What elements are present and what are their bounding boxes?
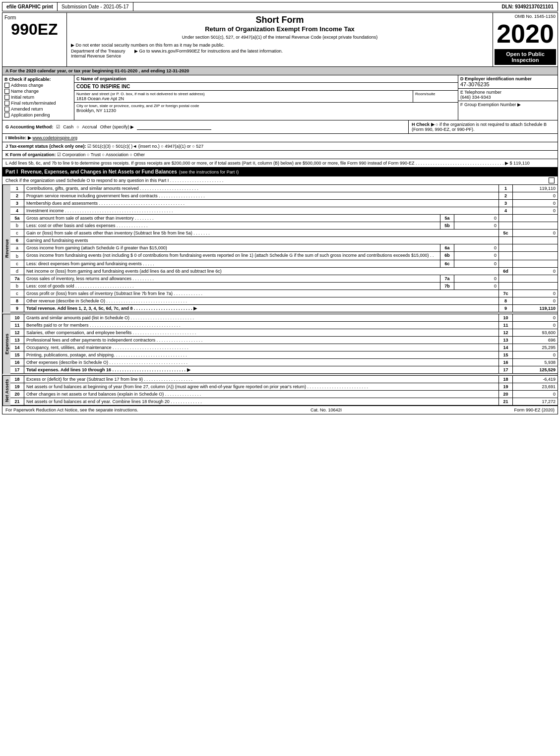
e-label: E Telephone number: [460, 90, 556, 95]
row17-line: 17: [499, 366, 513, 373]
row18-num: 18: [10, 376, 24, 383]
row1-num: 1: [10, 185, 24, 192]
row20-value: 0: [513, 391, 558, 398]
row-13: 13 Professional fees and other payments …: [10, 337, 558, 344]
row-10: 10 Grants and similar amounts paid (list…: [10, 314, 558, 322]
row-3: 3 Membership dues and assessments . . . …: [10, 200, 558, 207]
part1-check-row: Check if the organization used Schedule …: [2, 176, 558, 185]
row-5b: b Less: cost or other basis and sales ex…: [10, 222, 558, 230]
pending-checkbox[interactable]: [4, 113, 9, 117]
row-15: 15 Printing, publications, postage, and …: [10, 351, 558, 359]
part1-check-box[interactable]: [549, 177, 555, 183]
row12-desc: Salaries, other compensation, and employ…: [24, 329, 499, 336]
row6a-sublabel: 6a: [440, 244, 454, 251]
row11-num: 11: [10, 322, 24, 329]
bcde-row: B Check if applicable: Address change Na…: [2, 75, 558, 120]
page: efile GRAPHIC print Submission Date - 20…: [0, 0, 560, 756]
c-label: C Name of organization: [76, 76, 126, 81]
pending-label: Application pending: [11, 113, 50, 117]
row5b-total-spacer: [513, 222, 558, 229]
row6d-num: d: [10, 268, 24, 275]
row19-num: 19: [10, 383, 24, 390]
row16-value: 5,938: [513, 359, 558, 366]
section-c: C Name of organization CODE TO INSPIRE I…: [74, 75, 458, 120]
city-value: Brooklyn, NY 11230: [76, 108, 456, 113]
name-checkbox[interactable]: [4, 89, 9, 94]
row-6c: c Less: direct expenses from gaming and …: [10, 260, 558, 268]
row4-num: 4: [10, 207, 24, 214]
row8-desc: Other revenue (describe in Schedule O) .…: [24, 297, 499, 304]
row1-value: 119,110: [513, 185, 558, 192]
row5b-num: b: [10, 222, 24, 229]
row12-num: 12: [10, 329, 24, 336]
row13-num: 13: [10, 337, 24, 344]
row-2: 2 Program service revenue including gove…: [10, 192, 558, 200]
title-center: Short Form Return of Organization Exempt…: [67, 13, 493, 66]
expenses-section: Expenses 10 Grants and similar amounts p…: [2, 314, 558, 374]
row2-line: 2: [499, 192, 513, 199]
row3-desc: Membership dues and assessments . . . . …: [24, 200, 499, 207]
address-value: 1818 Ocean Ave Apt 2N: [76, 96, 411, 101]
row14-line: 14: [499, 344, 513, 351]
row15-value: 0: [513, 351, 558, 358]
check-amended: Amended return: [4, 107, 72, 112]
row7a-subvalue: 0: [454, 275, 499, 282]
row12-value: 93,600: [513, 329, 558, 336]
revenue-sidebar: Revenue: [2, 185, 10, 312]
row5a-total-spacer: [513, 215, 558, 222]
ein: 47-3076235: [460, 81, 556, 87]
c-label-row: C Name of organization: [74, 75, 458, 83]
row7c-num: c: [10, 290, 24, 297]
row3-num: 3: [10, 200, 24, 207]
row20-desc: Other changes in net assets or fund bala…: [24, 391, 499, 398]
row17-num: 17: [10, 366, 24, 373]
row11-desc: Benefits paid to or for members . . . . …: [24, 322, 499, 329]
g-label: G Accounting Method:: [5, 124, 53, 129]
accrual-label: Accrual: [82, 124, 97, 129]
row17-value: 125,529: [513, 366, 558, 373]
row7a-desc: Gross sales of inventory, less returns a…: [24, 275, 440, 282]
b-label: B Check if applicable:: [4, 77, 72, 82]
row-20: 20 Other changes in net assets or fund b…: [10, 391, 558, 398]
final-label: Final return/terminated: [11, 101, 56, 106]
row-5a: 5a Gross amount from sale of assets othe…: [10, 215, 558, 222]
amended-checkbox[interactable]: [4, 107, 9, 112]
check-pending: Application pending: [4, 113, 72, 117]
form-ref: Form 990-EZ (2020): [514, 407, 555, 412]
check-name: Name change: [4, 89, 72, 94]
row4-line: 4: [499, 207, 513, 214]
row21-num: 21: [10, 398, 24, 405]
notice2: ▶ Go to www.irs.gov/Form990EZ for instru…: [134, 49, 489, 58]
address-checkbox[interactable]: [4, 83, 9, 88]
row12-line: 12: [499, 329, 513, 336]
row20-num: 20: [10, 391, 24, 398]
row2-desc: Program service revenue including govern…: [24, 192, 499, 199]
row11-line: 11: [499, 322, 513, 329]
right-col: OMB No. 1545-1150 2020 Open to Public In…: [493, 13, 558, 66]
final-checkbox[interactable]: [4, 101, 9, 106]
row13-desc: Professional fees and other payments to …: [24, 337, 499, 344]
row4-value: 0: [513, 207, 558, 214]
row7a-sublabel: 7a: [440, 275, 454, 282]
row6a-num: a: [10, 244, 24, 251]
row9-value: 119,110: [513, 305, 558, 312]
gh-row: G Accounting Method: ☑ Cash ○ Accrual Ot…: [2, 120, 558, 134]
row-5c: c Gain or (loss) from sale of assets oth…: [10, 230, 558, 237]
f-label: F Group Exemption Number ▶: [460, 102, 556, 107]
title-line1: Short Form: [71, 15, 489, 25]
row6d-line: 6d: [499, 268, 513, 275]
row-7c: c Gross profit or (loss) from sales of i…: [10, 290, 558, 297]
title-sub: Under section 501(c), 527, or 4947(a)(1)…: [71, 35, 489, 40]
row9-desc: Total revenue. Add lines 1, 2, 3, 4, 5c,…: [24, 305, 499, 312]
row7b-desc: Less: cost of goods sold . . . . . . . .…: [24, 283, 440, 290]
address-label-text: Number and street (or P. O. box, if mail…: [76, 92, 411, 96]
section-def: D Employer identification number 47-3076…: [458, 75, 558, 120]
row21-line: 21: [499, 398, 513, 405]
row3-line: 3: [499, 200, 513, 207]
row18-line: 18: [499, 376, 513, 383]
d-section: D Employer identification number 47-3076…: [458, 75, 558, 89]
form-label: Form: [4, 15, 64, 20]
initial-checkbox[interactable]: [4, 95, 9, 100]
row3-value: 0: [513, 200, 558, 207]
row5a-desc: Gross amount from sale of assets other t…: [24, 215, 440, 222]
